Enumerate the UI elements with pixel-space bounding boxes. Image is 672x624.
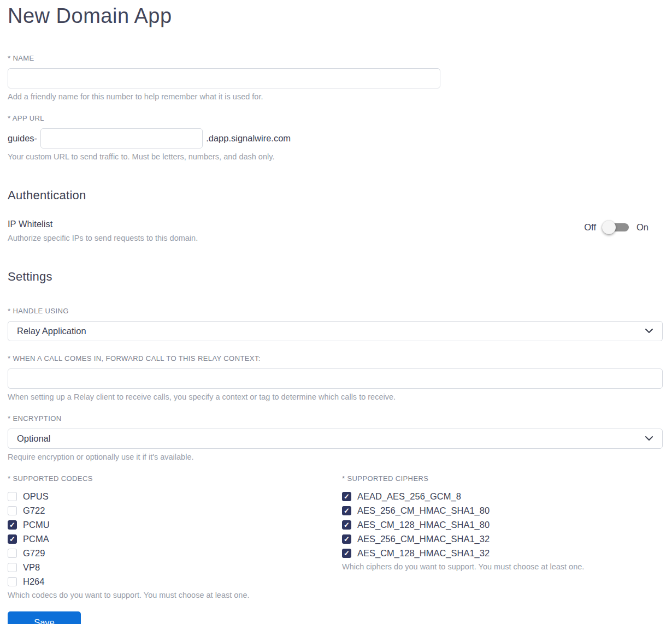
ip-whitelist-toggle-group: Off On: [584, 222, 663, 233]
checkbox-label: AES_256_CM_HMAC_SHA1_80: [357, 506, 490, 516]
chevron-down-icon: [645, 435, 653, 443]
checkbox-label: AES_256_CM_HMAC_SHA1_32: [357, 534, 490, 544]
page-title: New Domain App: [8, 4, 663, 28]
chevron-down-icon: [645, 327, 653, 336]
checkbox-icon[interactable]: [342, 520, 351, 530]
app-url-helper-text: Your custom URL to send traffic to. Must…: [8, 152, 663, 161]
codec-option-h264[interactable]: H264: [8, 574, 342, 589]
cipher-option-aes-256-cm-hmac-sha1-32[interactable]: AES_256_CM_HMAC_SHA1_32: [342, 532, 663, 546]
relay-context-label: * WHEN A CALL COMES IN, FORWARD CALL TO …: [8, 354, 663, 362]
ip-whitelist-text: IP Whitelist Authorize specific IPs to s…: [8, 219, 198, 242]
app-url-input[interactable]: [40, 128, 203, 148]
encryption-label: * ENCRYPTION: [8, 414, 663, 423]
app-url-suffix: .dapp.signalwire.com: [206, 133, 291, 144]
app-url-row: guides- .dapp.signalwire.com: [8, 128, 663, 148]
supported-ciphers-group: * SUPPORTED CIPHERS AEAD_AES_256_GCM_8 A…: [342, 474, 663, 599]
name-helper-text: Add a friendly name for this number to h…: [8, 92, 663, 101]
relay-context-helper-text: When setting up a Relay client to receiv…: [8, 393, 663, 401]
encryption-field: * ENCRYPTION Optional Require encryption…: [8, 414, 663, 461]
checkbox-label: VP8: [23, 562, 40, 573]
supported-codecs-group: * SUPPORTED CODECS OPUS G722 PCMU PCMA G…: [8, 474, 342, 599]
save-button[interactable]: Save: [8, 611, 81, 624]
codec-option-vp8[interactable]: VP8: [8, 560, 342, 574]
relay-context-field: * WHEN A CALL COMES IN, FORWARD CALL TO …: [8, 354, 663, 401]
checkbox-label: AES_CM_128_HMAC_SHA1_32: [357, 548, 490, 558]
ciphers-helper-text: Which ciphers do you want to support. Yo…: [342, 562, 663, 571]
checkbox-icon[interactable]: [342, 549, 351, 558]
checkbox-icon[interactable]: [342, 506, 351, 515]
cipher-option-aes-cm-128-hmac-sha1-32[interactable]: AES_CM_128_HMAC_SHA1_32: [342, 546, 663, 560]
checkbox-label: AEAD_AES_256_GCM_8: [357, 491, 461, 502]
name-field-label: * NAME: [8, 54, 663, 62]
name-input[interactable]: [8, 68, 440, 88]
app-url-field: * APP URL guides- .dapp.signalwire.com Y…: [8, 114, 663, 161]
encryption-value: Optional: [17, 433, 50, 444]
codec-option-pcma[interactable]: PCMA: [8, 532, 342, 546]
cipher-option-aead-aes-256-gcm-8[interactable]: AEAD_AES_256_GCM_8: [342, 489, 663, 503]
toggle-off-label: Off: [584, 222, 596, 233]
checkbox-label: G729: [23, 548, 45, 558]
checkbox-label: G722: [23, 506, 45, 516]
checkbox-icon[interactable]: [8, 506, 17, 515]
handle-using-select[interactable]: Relay Application: [8, 321, 663, 341]
app-url-prefix: guides-: [8, 133, 37, 144]
checkbox-label: PCMU: [23, 520, 50, 530]
codecs-ciphers-columns: * SUPPORTED CODECS OPUS G722 PCMU PCMA G…: [8, 474, 663, 599]
checkbox-icon[interactable]: [8, 577, 17, 586]
encryption-select[interactable]: Optional: [8, 429, 663, 449]
ip-whitelist-label: IP Whitelist: [8, 219, 198, 229]
codec-option-pcmu[interactable]: PCMU: [8, 518, 342, 532]
codecs-list: OPUS G722 PCMU PCMA G729 VP8: [8, 489, 342, 589]
codecs-helper-text: Which codecs do you want to support. You…: [8, 591, 342, 599]
checkbox-icon[interactable]: [8, 534, 17, 544]
checkbox-label: OPUS: [23, 491, 49, 502]
checkbox-icon[interactable]: [342, 534, 351, 544]
settings-heading: Settings: [8, 270, 663, 284]
checkbox-icon[interactable]: [342, 492, 351, 501]
app-url-field-label: * APP URL: [8, 114, 663, 122]
codec-option-g722[interactable]: G722: [8, 503, 342, 518]
checkbox-label: PCMA: [23, 534, 49, 544]
authentication-heading: Authentication: [8, 188, 663, 203]
toggle-knob-icon[interactable]: [602, 221, 616, 234]
encryption-helper-text: Require encryption or optionally use it …: [8, 453, 663, 461]
handle-using-field: * HANDLE USING Relay Application: [8, 307, 663, 341]
handle-using-label: * HANDLE USING: [8, 307, 663, 315]
checkbox-icon[interactable]: [8, 549, 17, 558]
checkbox-icon[interactable]: [8, 492, 17, 501]
supported-codecs-label: * SUPPORTED CODECS: [8, 474, 342, 483]
codec-option-opus[interactable]: OPUS: [8, 489, 342, 503]
ip-whitelist-toggle[interactable]: [604, 223, 629, 231]
checkbox-label: H264: [23, 577, 44, 587]
cipher-option-aes-256-cm-hmac-sha1-80[interactable]: AES_256_CM_HMAC_SHA1_80: [342, 503, 663, 518]
handle-using-value: Relay Application: [17, 326, 86, 336]
checkbox-icon[interactable]: [8, 520, 17, 530]
ip-whitelist-helper-text: Authorize specific IPs to send requests …: [8, 234, 198, 242]
relay-context-input[interactable]: [8, 369, 663, 389]
checkbox-icon[interactable]: [8, 563, 17, 572]
ciphers-list: AEAD_AES_256_GCM_8 AES_256_CM_HMAC_SHA1_…: [342, 489, 663, 560]
toggle-on-label: On: [636, 222, 649, 233]
checkbox-label: AES_CM_128_HMAC_SHA1_80: [357, 520, 490, 530]
supported-ciphers-label: * SUPPORTED CIPHERS: [342, 474, 663, 483]
cipher-option-aes-cm-128-hmac-sha1-80[interactable]: AES_CM_128_HMAC_SHA1_80: [342, 518, 663, 532]
name-field: * NAME Add a friendly name for this numb…: [8, 54, 663, 101]
ip-whitelist-row: IP Whitelist Authorize specific IPs to s…: [8, 219, 663, 242]
codec-option-g729[interactable]: G729: [8, 546, 342, 560]
